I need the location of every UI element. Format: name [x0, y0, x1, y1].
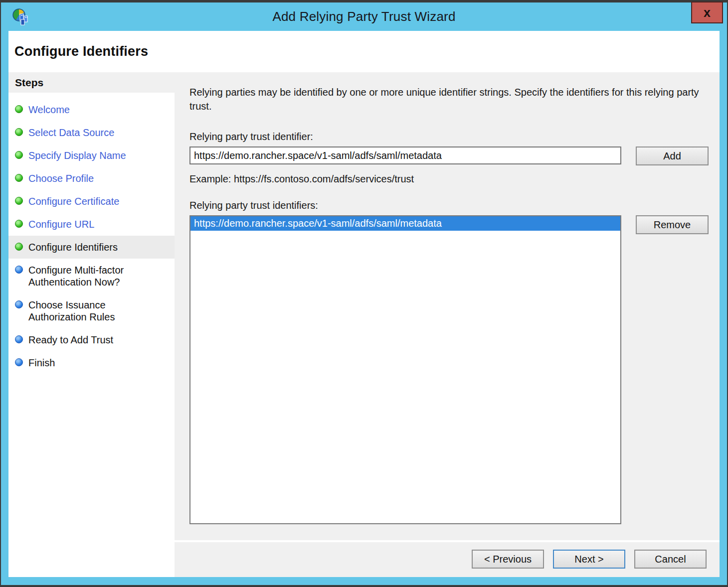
titlebar: Add Relying Party Trust Wizard x [1, 2, 727, 31]
remove-button[interactable]: Remove [636, 215, 709, 234]
steps-sidebar: Steps Welcome Select Data Source Specify… [8, 72, 175, 577]
steps-header: Steps [8, 72, 175, 94]
close-icon: x [704, 5, 711, 20]
footer-button-bar: < Previous Next > Cancel [175, 542, 720, 577]
adfs-wizard-icon [11, 7, 30, 26]
step-configure-certificate[interactable]: Configure Certificate [8, 190, 175, 213]
steps-list: Welcome Select Data Source Specify Displ… [8, 98, 175, 374]
step-bullet-icon [15, 300, 23, 308]
page-title: Configure Identifiers [14, 44, 148, 59]
step-ready-to-add-trust[interactable]: Ready to Add Trust [8, 328, 175, 351]
close-button[interactable]: x [691, 1, 723, 23]
step-choose-issuance-rules[interactable]: Choose Issuance Authorization Rules [8, 294, 175, 328]
step-bullet-icon [15, 243, 23, 251]
step-configure-identifiers[interactable]: Configure Identifiers [8, 236, 175, 259]
step-bullet-icon [15, 174, 23, 182]
step-specify-display-name[interactable]: Specify Display Name [8, 144, 175, 167]
step-finish[interactable]: Finish [8, 351, 175, 374]
step-configure-multifactor[interactable]: Configure Multi-factor Authentication No… [8, 259, 175, 294]
step-bullet-icon [15, 220, 23, 228]
previous-button[interactable]: < Previous [472, 550, 544, 569]
next-button[interactable]: Next > [553, 550, 625, 569]
intro-text: Relying parties may be identified by one… [189, 85, 700, 113]
wizard-window: Add Relying Party Trust Wizard x Configu… [1, 2, 727, 585]
identifier-input[interactable] [189, 147, 621, 164]
main-panel: Relying parties may be identified by one… [175, 72, 720, 577]
example-text: Example: https://fs.contoso.com/adfs/ser… [189, 173, 709, 185]
step-bullet-icon [15, 151, 23, 159]
step-welcome[interactable]: Welcome [8, 98, 175, 121]
step-bullet-icon [15, 335, 23, 343]
identifiers-list-label: Relying party trust identifiers: [189, 200, 709, 211]
identifier-list-item[interactable]: https://demo.rancher.space/v1-saml/adfs/… [190, 216, 620, 231]
identifiers-listbox[interactable]: https://demo.rancher.space/v1-saml/adfs/… [189, 215, 621, 524]
step-bullet-icon [15, 128, 23, 136]
window-title: Add Relying Party Trust Wizard [1, 9, 727, 24]
step-configure-url[interactable]: Configure URL [8, 213, 175, 236]
page-header: Configure Identifiers [8, 31, 720, 72]
step-select-data-source[interactable]: Select Data Source [8, 121, 175, 144]
identifier-label: Relying party trust identifier: [189, 131, 709, 143]
step-choose-profile[interactable]: Choose Profile [8, 167, 175, 190]
add-button[interactable]: Add [636, 147, 709, 165]
step-bullet-icon [15, 197, 23, 205]
step-bullet-icon [15, 105, 23, 113]
step-bullet-icon [15, 358, 23, 366]
cancel-button[interactable]: Cancel [634, 550, 707, 569]
step-bullet-icon [15, 266, 23, 274]
